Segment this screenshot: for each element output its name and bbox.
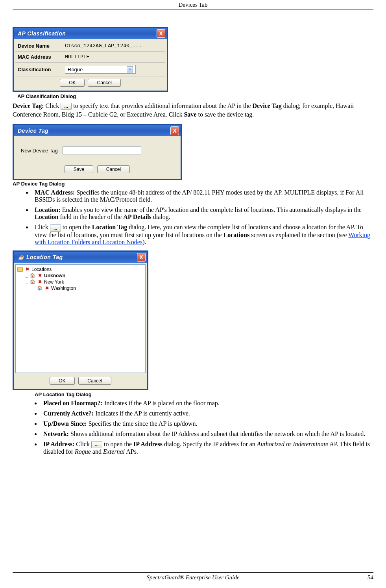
label-mac: MAC Address <box>18 54 65 60</box>
node-icon: 🏠 <box>30 273 35 278</box>
close-icon[interactable]: X <box>137 253 146 262</box>
ellipsis-button[interactable]: ... <box>61 103 72 110</box>
caption-device-tag: AP Device Tag Dialog <box>13 181 373 187</box>
device-tag-input[interactable] <box>63 147 141 154</box>
location-tag-dialog: ☕ Location Tag X ✖ Locations ⎯ 🏠 ✖ <box>13 250 148 390</box>
dialog-title: AP Classification <box>18 30 66 37</box>
bullet-mac-address: MAC Address: Specifies the unique 48-bit… <box>32 189 373 203</box>
java-icon: ☕ <box>18 254 24 260</box>
tree-node-newyork[interactable]: ⎯ 🏠 ✖ New York <box>24 279 144 285</box>
status-icon: ✖ <box>24 267 30 272</box>
dialog-button-row: Save Cancel <box>21 165 174 173</box>
bullet-floormap: Placed on Floormap?: Indicates if the AP… <box>41 400 373 407</box>
tree-connector-icon: ⎯ <box>31 286 35 290</box>
cancel-button[interactable]: Cancel <box>78 377 111 385</box>
close-icon[interactable]: X <box>157 29 165 38</box>
bullet-ip-address: IP Address: Click ... to open the IP Add… <box>41 441 373 455</box>
status-icon: ✖ <box>44 286 50 291</box>
paragraph-device-tag: Device Tag: Click ... to specify text th… <box>13 102 373 119</box>
dialog-button-row: OK Cancel <box>15 377 146 385</box>
bullet-up-down-since: Up/Down Since: Specifies the time since … <box>41 420 373 427</box>
tree-label: New York <box>44 279 64 285</box>
bullet-location: Location: Enables you to view the name o… <box>32 206 373 221</box>
page-header: Devices Tab <box>13 0 373 9</box>
device-tag-dialog: Device Tag X New Device Tag Save Cancel <box>13 124 182 180</box>
dialog-title: Device Tag <box>18 128 48 134</box>
caption-location-tag: AP Location Tag Dialog <box>35 391 373 397</box>
bullet-currently-active: Currently Active?: Indicates if the AP i… <box>41 410 373 417</box>
label-device-name: Device Name <box>18 43 65 49</box>
classification-value: Rogue <box>68 67 83 72</box>
footer-guide: SpectraGuard® Enterprise User Guide <box>13 574 373 581</box>
status-icon: ✖ <box>37 273 42 278</box>
row-mac: MAC Address MULTIPLE <box>15 51 165 62</box>
bullet-list-1: MAC Address: Specifies the unique 48-bit… <box>32 189 373 245</box>
dialog-titlebar: AP Classification X <box>14 28 167 39</box>
classification-select[interactable]: Rogue ▾ <box>65 65 136 74</box>
page-footer: SpectraGuard® Enterprise User Guide 54 <box>13 572 373 581</box>
bullet-list-2: Placed on Floormap?: Indicates if the AP… <box>41 400 373 455</box>
tree-label: Unknown <box>44 273 65 278</box>
tree-node-unknown[interactable]: ⎯ 🏠 ✖ Unknown <box>24 273 144 279</box>
tree-node-washington[interactable]: ⎯ 🏠 ✖ Washington <box>31 285 144 291</box>
value-device-name: Cisco_1242AG_LAP_1240_... <box>65 43 163 49</box>
folder-icon <box>17 267 23 272</box>
tree-connector-icon: ⎯ <box>24 280 28 284</box>
node-icon: 🏠 <box>30 279 35 285</box>
node-icon: 🏠 <box>37 286 42 291</box>
dialog-titlebar: Device Tag X <box>14 125 181 136</box>
ellipsis-button[interactable]: ... <box>91 441 102 448</box>
cancel-button[interactable]: Cancel <box>88 79 120 87</box>
label-classification: Classification <box>18 67 65 72</box>
header-title: Devices Tab <box>178 2 207 8</box>
row-new-device-tag: New Device Tag <box>21 146 174 155</box>
tree-root[interactable]: ✖ Locations <box>17 266 144 273</box>
close-icon[interactable]: X <box>170 126 179 135</box>
tree-label: Washington <box>51 286 76 291</box>
dialog-titlebar: ☕ Location Tag X <box>14 252 147 263</box>
chevron-down-icon: ▾ <box>127 66 133 72</box>
ok-button[interactable]: OK <box>50 377 74 385</box>
status-icon: ✖ <box>37 279 42 285</box>
bullet-network: Network: Shows additional information ab… <box>41 430 373 438</box>
label-new-device-tag: New Device Tag <box>21 148 58 154</box>
location-tree[interactable]: ✖ Locations ⎯ 🏠 ✖ Unknown ⎯ 🏠 ✖ New York <box>15 264 146 373</box>
device-tag-lead: Device Tag: <box>13 102 46 109</box>
row-device-name: Device Name Cisco_1242AG_LAP_1240_... <box>15 41 165 51</box>
tree-connector-icon: ⎯ <box>24 274 28 278</box>
ap-classification-dialog: AP Classification X Device Name Cisco_12… <box>13 27 168 92</box>
row-classification: Classification Rogue ▾ <box>15 62 165 76</box>
save-button[interactable]: Save <box>65 165 93 173</box>
dialog-button-row: OK Cancel <box>15 76 165 89</box>
tree-label: Locations <box>31 267 52 272</box>
value-mac: MULTIPLE <box>65 54 163 60</box>
bullet-click-location-tag: Click ... to open the Location Tag dialo… <box>32 224 373 245</box>
ok-button[interactable]: OK <box>60 79 85 87</box>
caption-ap-classification: AP Classification Dialog <box>17 93 373 99</box>
dialog-title: Location Tag <box>26 254 63 260</box>
cancel-button[interactable]: Cancel <box>97 165 130 173</box>
ellipsis-button[interactable]: ... <box>50 224 61 232</box>
